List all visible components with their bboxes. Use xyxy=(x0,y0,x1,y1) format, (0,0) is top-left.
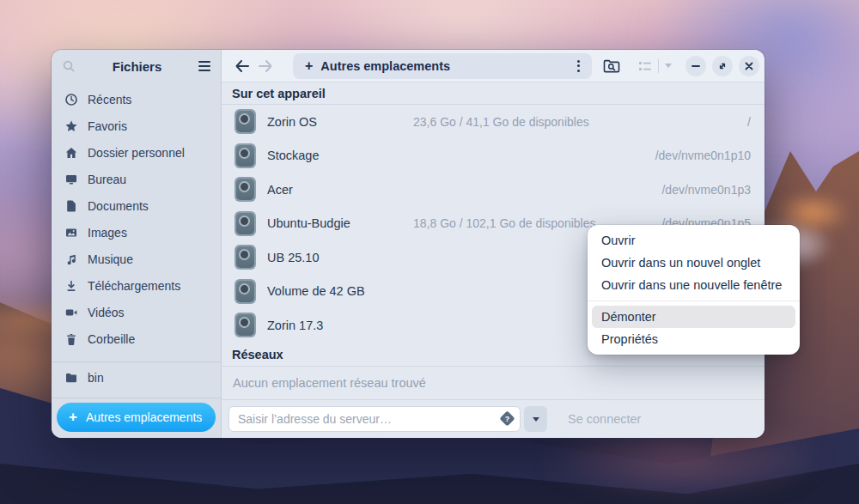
table-row-stockage[interactable]: Stockage /dev/nvme0n1p10 xyxy=(222,139,765,173)
volume-name: UB 25.10 xyxy=(267,251,413,264)
volume-path: / xyxy=(596,115,751,129)
volume-name: Ubuntu-Budgie xyxy=(267,216,413,230)
sidebar-item-label: Musique xyxy=(88,252,133,266)
sidebar-item-label: Récents xyxy=(88,93,131,106)
header-bar: + Autres emplacements xyxy=(222,50,765,82)
star-icon xyxy=(64,119,78,133)
connect-button[interactable]: Se connecter xyxy=(568,412,641,426)
menu-item-demonter[interactable]: Démonter xyxy=(592,306,795,328)
sidebar-item-bureau[interactable]: Bureau xyxy=(52,166,221,192)
recent-servers-dropdown[interactable] xyxy=(524,406,547,432)
drive-icon xyxy=(235,245,256,270)
volume-path: /dev/nvme0n1p10 xyxy=(596,149,751,162)
folder-search-icon xyxy=(603,58,620,74)
table-row-acer[interactable]: Acer /dev/nvme0n1p3 xyxy=(222,173,765,207)
menu-item-proprietes[interactable]: Propriétés xyxy=(592,328,795,350)
plus-icon: + xyxy=(305,58,313,74)
sidebar-item-musique[interactable]: Musique xyxy=(52,246,221,272)
folder-icon xyxy=(64,371,78,385)
sidebar-item-label: Bureau xyxy=(88,173,126,186)
maximize-button[interactable] xyxy=(712,56,733,76)
network-empty-message: Aucun emplacement réseau trouvé xyxy=(222,367,765,400)
sidebar-item-documents[interactable]: Documents xyxy=(52,192,221,219)
desktop: Fichiers Récents Favoris Dossier personn… xyxy=(0,0,859,504)
app-title: Fichiers xyxy=(76,59,198,74)
volume-name: Stockage xyxy=(267,149,413,162)
view-options-button[interactable] xyxy=(665,64,672,68)
menu-item-ouvrir[interactable]: Ouvrir xyxy=(592,229,795,252)
volume-usage: 18,8 Go / 102,1 Go de disponibles xyxy=(413,216,596,230)
drive-icon xyxy=(235,279,256,304)
sidebar-item-images[interactable]: Images xyxy=(52,219,221,246)
home-icon xyxy=(64,146,78,160)
trash-icon xyxy=(64,332,78,346)
minimize-icon xyxy=(691,62,700,70)
document-icon xyxy=(64,199,78,213)
path-bar[interactable]: + Autres emplacements xyxy=(293,53,592,79)
sidebar-item-telechargements[interactable]: Téléchargements xyxy=(52,272,221,299)
server-address-bar: ? Se connecter xyxy=(222,400,765,438)
sidebar-items: Récents Favoris Dossier personnel Bureau… xyxy=(52,86,221,352)
volume-name: Zorin 17.3 xyxy=(267,319,413,332)
sidebar-item-label: Dossier personnel xyxy=(88,146,185,160)
sidebar-divider xyxy=(52,398,221,398)
divider xyxy=(658,59,659,73)
sidebar-item-bin[interactable]: bin xyxy=(52,364,221,391)
sidebar-section-bin: bin xyxy=(52,364,221,391)
list-view-button[interactable] xyxy=(638,60,652,72)
sidebar-item-label: Documents xyxy=(88,199,149,213)
minimize-button[interactable] xyxy=(685,56,706,76)
path-label: Autres emplacements xyxy=(320,59,572,73)
download-icon xyxy=(64,279,78,293)
sidebar-item-label: Autres emplacements xyxy=(86,410,202,424)
menu-item-ouvrir-fenetre[interactable]: Ouvrir dans une nouvelle fenêtre xyxy=(592,274,795,296)
sidebar-item-autres-emplacements[interactable]: + Autres emplacements xyxy=(57,403,216,432)
sidebar-item-label: Téléchargements xyxy=(88,279,180,293)
chevron-down-icon xyxy=(665,64,672,68)
window-controls xyxy=(685,56,759,76)
sidebar-item-videos[interactable]: Vidéos xyxy=(52,299,221,325)
search-in-folder-button[interactable] xyxy=(599,53,624,79)
sidebar-item-label: Corbeille xyxy=(88,332,135,346)
sidebar-item-label: bin xyxy=(88,371,104,385)
section-title-device: Sur cet appareil xyxy=(222,82,765,105)
sidebar-header: Fichiers xyxy=(52,50,221,82)
volume-name: Acer xyxy=(267,183,413,197)
volume-path: /dev/nvme0n1p3 xyxy=(596,183,751,197)
image-icon xyxy=(64,226,78,240)
drive-icon xyxy=(235,109,256,134)
drive-icon xyxy=(235,313,256,337)
sidebar-item-label: Images xyxy=(88,226,127,240)
forward-button[interactable] xyxy=(253,54,277,78)
volume-name: Zorin OS xyxy=(267,115,413,129)
sidebar-item-recents[interactable]: Récents xyxy=(52,86,221,112)
sidebar-divider xyxy=(52,361,221,362)
clock-icon xyxy=(64,93,78,106)
context-menu: Ouvrir Ouvrir dans un nouvel onglet Ouvr… xyxy=(588,225,800,355)
drive-icon xyxy=(235,143,256,168)
maximize-icon xyxy=(717,61,728,71)
back-arrow-icon xyxy=(235,60,249,72)
volume-usage: 23,6 Go / 41,1 Go de disponibles xyxy=(413,115,596,129)
close-button[interactable] xyxy=(739,56,759,76)
sidebar-item-dossier-personnel[interactable]: Dossier personnel xyxy=(52,139,221,166)
close-icon xyxy=(745,62,753,70)
desktop-icon xyxy=(64,173,78,186)
music-icon xyxy=(64,252,78,266)
sidebar-item-favoris[interactable]: Favoris xyxy=(52,112,221,139)
kebab-menu-icon[interactable] xyxy=(572,57,585,76)
plus-icon: + xyxy=(69,410,77,424)
drive-icon xyxy=(235,211,256,236)
menu-icon[interactable] xyxy=(198,59,210,73)
sidebar-item-corbeille[interactable]: Corbeille xyxy=(52,325,221,352)
search-icon[interactable] xyxy=(62,59,76,73)
forward-arrow-icon xyxy=(259,60,273,72)
help-icon[interactable]: ? xyxy=(499,410,515,426)
menu-divider xyxy=(588,301,800,301)
chevron-down-icon xyxy=(533,417,539,422)
drive-icon xyxy=(235,177,256,202)
server-address-input[interactable] xyxy=(228,406,521,432)
table-row-zorin-os[interactable]: Zorin OS 23,6 Go / 41,1 Go de disponible… xyxy=(222,105,765,139)
back-button[interactable] xyxy=(229,54,253,78)
menu-item-ouvrir-onglet[interactable]: Ouvrir dans un nouvel onglet xyxy=(592,252,795,274)
